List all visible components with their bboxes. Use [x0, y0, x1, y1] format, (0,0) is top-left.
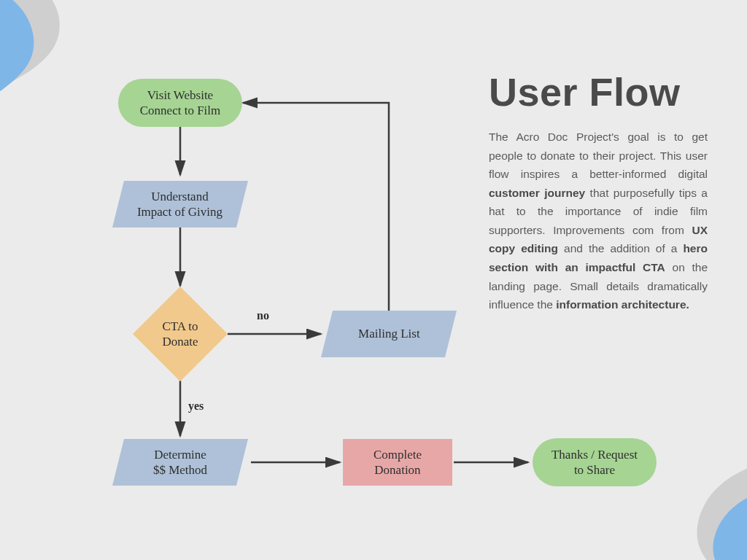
node-label: Visit WebsiteConnect to Film: [140, 88, 221, 119]
diagram-canvas: Visit WebsiteConnect to Film UnderstandI…: [0, 0, 747, 560]
node-label: CompleteDonation: [374, 447, 422, 478]
node-visit-website: Visit WebsiteConnect to Film: [118, 79, 242, 127]
node-understand-impact: UnderstandImpact of Giving: [112, 181, 248, 228]
edge-label-no: no: [257, 309, 269, 322]
node-mailing-list: Mailing List: [321, 311, 457, 357]
decor-top-left: [0, 0, 146, 168]
text-column: User Flow The Acro Doc Project's goal is…: [489, 69, 708, 314]
node-complete-donation: CompleteDonation: [343, 439, 452, 486]
node-cta-decision: CTA toDonate: [133, 287, 228, 381]
node-determine-method: Determine$$ Method: [112, 439, 248, 486]
page-title: User Flow: [489, 69, 708, 114]
node-label: UnderstandImpact of Giving: [137, 190, 222, 219]
edge-label-yes: yes: [188, 400, 204, 413]
node-label: CTA toDonate: [162, 319, 198, 350]
node-label: Mailing List: [358, 327, 420, 341]
node-thanks-share: Thanks / Requestto Share: [533, 438, 657, 486]
node-label: Thanks / Requestto Share: [551, 447, 638, 478]
description-paragraph: The Acro Doc Project's goal is to get pe…: [489, 128, 708, 314]
node-label: Determine$$ Method: [153, 448, 207, 477]
